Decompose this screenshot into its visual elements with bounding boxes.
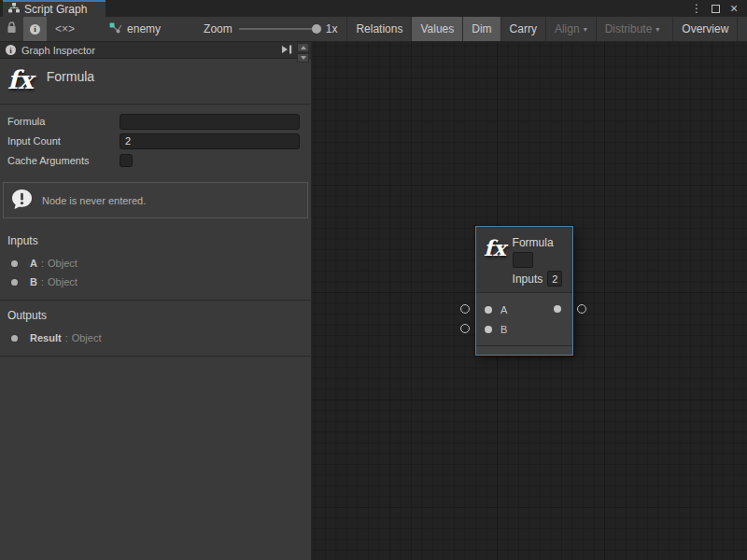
warning-icon xyxy=(11,189,33,212)
distribute-dropdown[interactable]: Distribute ▾ xyxy=(597,17,669,41)
graph-inspector-header: i Graph Inspector xyxy=(0,42,311,59)
node-inputs-row: Inputs 2 xyxy=(513,271,563,287)
script-graph-icon xyxy=(8,3,20,16)
info-icon: i xyxy=(30,24,40,35)
graph-inspector-title: Graph Inspector xyxy=(21,45,95,56)
formula-node-body: A B xyxy=(476,293,572,345)
node-port-label: A xyxy=(500,304,507,315)
input-port-a[interactable] xyxy=(485,306,492,314)
tab-bar: Script Graph ⋮ × xyxy=(0,0,747,17)
scroll-down-button[interactable] xyxy=(297,53,309,63)
zoom-control: Zoom 1x xyxy=(194,17,346,41)
port-name: Result xyxy=(30,332,62,343)
port-type: Object xyxy=(48,258,78,269)
graph-breadcrumb[interactable]: enemy xyxy=(100,17,170,41)
full-screen-button[interactable]: Full Screen xyxy=(738,17,747,41)
carry-button[interactable]: Carry xyxy=(501,17,545,41)
values-button[interactable]: Values xyxy=(412,17,462,41)
formula-field-label: Formula xyxy=(7,116,120,127)
port-stub-b-icon[interactable] xyxy=(460,324,470,333)
maximize-icon[interactable] xyxy=(708,1,723,16)
port-bullet-icon xyxy=(11,279,18,286)
tab-script-graph[interactable]: Script Graph xyxy=(3,0,106,17)
input-port-row-b: B : Object xyxy=(0,273,311,291)
toolbar-buttons: Relations Values Dim Carry Align ▾ Distr… xyxy=(346,17,747,41)
port-colon: : xyxy=(65,332,68,343)
chevron-down-icon: ▾ xyxy=(584,25,587,34)
port-colon: : xyxy=(41,276,44,287)
align-label: Align xyxy=(555,22,580,35)
tab-title: Script Graph xyxy=(24,3,87,16)
lock-button[interactable] xyxy=(0,17,23,41)
warning-text: Node is never entered. xyxy=(42,195,146,206)
input-count-input[interactable] xyxy=(120,133,300,149)
formula-field-row: Formula xyxy=(7,113,300,130)
window-menu-icon[interactable]: ⋮ xyxy=(689,1,704,16)
cache-arguments-label: Cache Arguments xyxy=(7,155,120,166)
formula-node[interactable]: fx Formula Inputs 2 A xyxy=(475,226,573,356)
close-icon[interactable]: × xyxy=(726,1,741,16)
tab-bar-spacer xyxy=(106,0,689,17)
input-count-field-row: Input Count xyxy=(7,133,300,149)
outputs-section: Outputs Result : Object xyxy=(0,301,311,357)
port-bullet-icon xyxy=(11,335,18,342)
unit-fields: Formula Input Count Cache Arguments xyxy=(0,105,311,177)
zoom-slider-knob[interactable] xyxy=(312,24,321,34)
port-stub-result-icon[interactable] xyxy=(577,304,586,314)
node-port-label: B xyxy=(500,324,507,335)
align-dropdown[interactable]: Align ▾ xyxy=(546,17,596,41)
port-name: B xyxy=(30,276,37,287)
node-inputs-label: Inputs xyxy=(513,273,543,286)
formula-node-header: fx Formula Inputs 2 xyxy=(476,227,572,293)
output-port-result[interactable] xyxy=(554,305,561,313)
cache-arguments-checkbox[interactable] xyxy=(120,154,133,167)
input-port-row-a: A : Object xyxy=(0,254,311,273)
port-colon: : xyxy=(41,258,44,269)
panel-scrollbar xyxy=(297,43,309,63)
inspector-toggle-button[interactable]: i xyxy=(23,17,47,41)
formula-node-footer xyxy=(476,345,572,355)
zoom-value: 1x xyxy=(326,22,338,35)
dock-panel-icon[interactable] xyxy=(281,45,292,56)
port-bullet-icon xyxy=(11,260,18,267)
input-port-b[interactable] xyxy=(485,326,492,333)
relations-button[interactable]: Relations xyxy=(347,17,411,41)
overview-button[interactable]: Overview xyxy=(673,17,737,41)
graph-breadcrumb-label: enemy xyxy=(127,22,161,35)
triangle-up-icon xyxy=(301,46,306,49)
lock-icon xyxy=(7,21,17,36)
inputs-section: Inputs A : Object B : Object xyxy=(0,226,311,301)
port-type: Object xyxy=(72,332,102,343)
node-port-row-b: B xyxy=(476,319,572,339)
zoom-label: Zoom xyxy=(204,22,233,35)
port-stub-a-icon[interactable] xyxy=(460,304,470,314)
scroll-up-button[interactable] xyxy=(297,43,309,52)
formula-fx-icon: fx xyxy=(7,66,34,94)
port-type: Object xyxy=(48,276,78,287)
code-icon: <×> xyxy=(55,22,75,35)
distribute-label: Distribute xyxy=(605,22,653,35)
graph-canvas[interactable]: fx Formula Inputs 2 A xyxy=(312,42,747,560)
node-formula-input[interactable] xyxy=(513,252,533,268)
output-port-row-result: Result : Object xyxy=(0,329,311,347)
code-preview-button[interactable]: <×> xyxy=(47,17,83,41)
zoom-slider[interactable] xyxy=(239,28,319,30)
script-graph-window: Script Graph ⋮ × i <×> xyxy=(0,0,747,560)
formula-input[interactable] xyxy=(120,114,300,130)
main-area: i Graph Inspector fx Formula xyxy=(0,42,747,560)
unit-title: Formula xyxy=(47,69,94,84)
info-icon: i xyxy=(6,45,16,55)
formula-node-title: Formula xyxy=(513,236,563,249)
dim-button[interactable]: Dim xyxy=(463,17,500,41)
chevron-down-icon: ▾ xyxy=(655,25,659,34)
graph-toolbar: i <×> enemy Zoom 1x Relatio xyxy=(0,17,747,42)
port-name: A xyxy=(30,258,37,269)
unit-title-section: fx Formula xyxy=(0,59,311,105)
warning-box: Node is never entered. xyxy=(3,182,308,218)
input-count-label: Input Count xyxy=(7,135,120,147)
graph-icon xyxy=(109,22,122,36)
inputs-section-title: Inputs xyxy=(0,232,311,254)
node-inputs-count[interactable]: 2 xyxy=(547,271,562,287)
cache-arguments-field-row: Cache Arguments xyxy=(7,152,300,169)
outputs-section-title: Outputs xyxy=(0,307,311,329)
